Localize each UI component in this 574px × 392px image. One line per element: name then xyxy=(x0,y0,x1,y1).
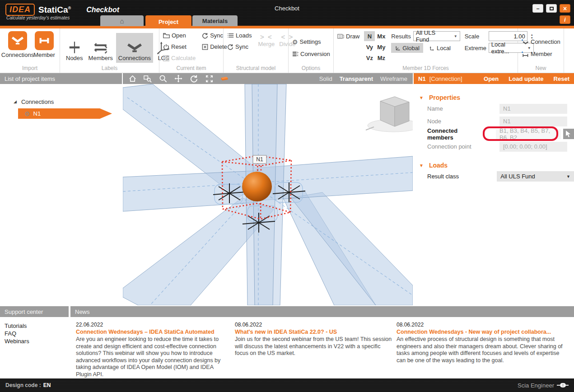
news-date: 08.06.2022 xyxy=(397,322,567,328)
render-mode-transparent[interactable]: Transparent xyxy=(340,75,373,82)
loads-section-title: Loads xyxy=(429,162,448,169)
tree-expander-icon[interactable]: ◢ xyxy=(14,99,17,104)
connected-members-field[interactable]: B1, B3, B4, B5, B7, B6, B2 xyxy=(496,129,561,139)
link-webinars[interactable]: Webinars xyxy=(5,338,64,345)
node-sphere[interactable] xyxy=(242,172,272,201)
result-class-label: Result class xyxy=(427,173,483,180)
new-connection-icon xyxy=(522,39,529,45)
scia-engineer-label: Scia Engineer xyxy=(518,382,554,389)
pan-icon[interactable] xyxy=(174,75,182,83)
minimize-button[interactable]: – xyxy=(532,4,543,13)
info-button[interactable]: i xyxy=(560,15,570,24)
news-title-link[interactable]: Connection Wednesdays – IDEA StatiCa Aut… xyxy=(76,329,227,335)
force-mz-toggle[interactable]: Mz xyxy=(376,53,387,63)
close-button[interactable]: × xyxy=(560,4,570,13)
node-label: N1 xyxy=(253,155,266,163)
news-date: 08.06.2022 xyxy=(235,322,392,328)
result-class-dropdown[interactable]: All ULS Fund ▼ xyxy=(497,171,574,182)
draw-button[interactable]: Draw xyxy=(337,31,359,41)
calculate-icon xyxy=(163,55,169,61)
close-icon: × xyxy=(563,5,567,12)
news-body: Are you an engineer looking to reduce th… xyxy=(76,336,227,378)
link-faq[interactable]: FAQ xyxy=(5,330,64,337)
load-update-button[interactable]: Load update xyxy=(509,75,543,82)
gear-icon: ⚙ xyxy=(24,110,30,117)
labels-members-button[interactable]: Members xyxy=(86,33,115,63)
3d-model-canvas[interactable]: N1 xyxy=(123,84,413,305)
plug-connector-icon[interactable] xyxy=(557,383,569,388)
new-member-button[interactable]: Member xyxy=(522,50,561,58)
news-header: News xyxy=(70,306,574,317)
loads-button[interactable]: Loads xyxy=(227,31,252,40)
import-connections-button[interactable]: Connections xyxy=(5,31,31,58)
open-folder-icon xyxy=(163,33,170,38)
conversion-icon xyxy=(292,51,299,57)
new-member-icon xyxy=(522,51,529,57)
connection-header: N1 [Connection] Open Load update Reset xyxy=(414,73,574,84)
link-tutorials[interactable]: Tutorials xyxy=(5,322,64,330)
tab-project[interactable]: Project xyxy=(145,15,191,28)
reset-button[interactable]: Reset xyxy=(163,42,196,51)
force-my-toggle[interactable]: My xyxy=(376,42,387,52)
collapse-loads-icon[interactable]: ▼ xyxy=(419,163,424,168)
project-items-header: List of project items xyxy=(0,73,122,84)
connected-members-label: Connected members xyxy=(427,127,482,141)
news-item: 08.06.2022 What's new in IDEA StatiCa 22… xyxy=(235,322,392,357)
conversion-button[interactable]: Conversion xyxy=(292,50,331,58)
news-title-link[interactable]: What's new in IDEA StatiCa 22.0? - US xyxy=(235,329,392,335)
sync-model-button[interactable]: Sync xyxy=(227,42,252,51)
node-field[interactable]: N1 xyxy=(499,117,567,126)
window-title: Checkbot xyxy=(0,5,574,12)
tab-materials[interactable]: Materials xyxy=(192,15,238,26)
extreme-label: Extreme xyxy=(465,45,486,51)
reset-connection-button[interactable]: Reset xyxy=(554,75,569,82)
ribbon-group-labels: Nodes Members Connections LCS Labels xyxy=(60,28,159,73)
ribbon-group-import: Connections Member Import xyxy=(0,28,60,73)
chevron-down-icon: ▼ xyxy=(566,174,570,179)
force-vy-toggle[interactable]: Vy xyxy=(364,42,375,52)
labels-connections-button[interactable]: Connections xyxy=(116,33,153,63)
tree-node-connections[interactable]: ◢ Connections xyxy=(0,97,122,107)
tree-item-n1[interactable]: ⚙ N1 xyxy=(18,108,112,119)
render-mode-wireframe[interactable]: Wireframe xyxy=(380,75,407,82)
force-mx-toggle[interactable]: Mx xyxy=(376,31,387,41)
status-bar: Design code : EN Scia Engineer xyxy=(0,378,574,392)
results-dropdown[interactable]: All ULS Fund ▼ xyxy=(413,31,460,41)
local-toggle[interactable]: Local xyxy=(425,43,454,53)
properties-panel: N1 [Connection] Open Load update Reset ▼… xyxy=(414,73,574,305)
global-toggle[interactable]: Global xyxy=(391,43,423,53)
new-connection-button[interactable]: Connection xyxy=(522,37,561,46)
tab-home[interactable]: ⌂ xyxy=(100,15,144,26)
news-title-link[interactable]: Connection Wednesdays - New way of proje… xyxy=(397,329,567,335)
settings-button[interactable]: ⚙ Settings xyxy=(292,37,331,46)
force-n-toggle[interactable]: N xyxy=(364,31,375,41)
cursor-icon xyxy=(565,131,571,137)
news-date: 22.06.2022 xyxy=(76,322,227,328)
project-items-panel: List of project items ◢ Connections ⚙ N1 xyxy=(0,73,122,305)
pick-members-button[interactable] xyxy=(563,129,574,139)
name-field[interactable]: N1 xyxy=(499,104,567,114)
zoom-fit-icon[interactable] xyxy=(205,75,213,83)
results-label: Results xyxy=(391,33,411,40)
force-vz-toggle[interactable]: Vz xyxy=(364,53,375,63)
open-button[interactable]: Open xyxy=(163,31,196,40)
render-mode-solid[interactable]: Solid xyxy=(319,75,332,82)
zoom-icon[interactable] xyxy=(159,75,167,83)
maximize-button[interactable] xyxy=(546,4,557,13)
member-view-icon[interactable] xyxy=(220,75,229,83)
import-member-button[interactable]: Member xyxy=(33,31,56,58)
calculate-button[interactable]: Calculate xyxy=(163,54,196,62)
minimize-icon: – xyxy=(537,5,540,12)
home-view-icon[interactable] xyxy=(128,75,136,83)
collapse-properties-icon[interactable]: ▼ xyxy=(419,95,424,100)
zoom-window-icon[interactable] xyxy=(144,75,152,83)
view-cube[interactable] xyxy=(366,97,413,132)
connection-point-field[interactable]: [0.00; 0.00; 0.00] xyxy=(499,142,567,152)
open-connection-button[interactable]: Open xyxy=(484,75,499,82)
merge-button[interactable]: > < Merge xyxy=(258,33,275,47)
labels-nodes-button[interactable]: Nodes xyxy=(64,33,85,63)
name-label: Name xyxy=(427,105,486,112)
connections-labels-icon xyxy=(126,40,143,55)
design-code-label: Design code : xyxy=(5,382,41,388)
rotate-icon[interactable] xyxy=(190,75,198,83)
